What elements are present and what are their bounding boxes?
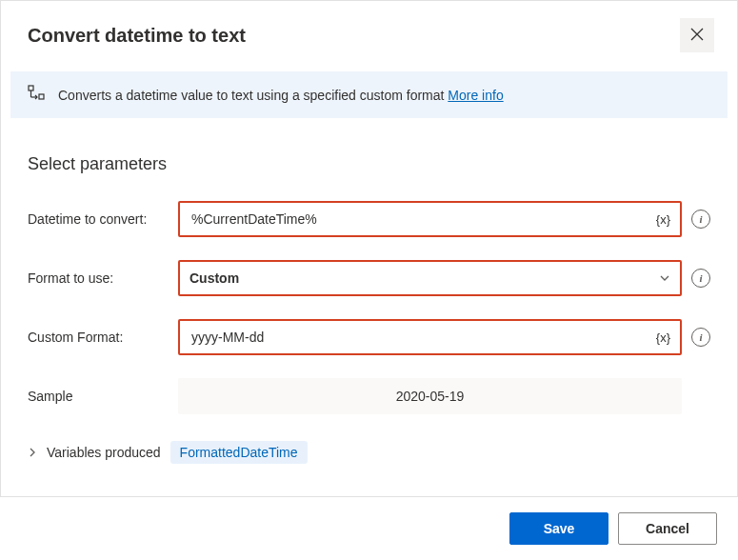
info-icon[interactable]: i [691,328,710,347]
custom-format-field[interactable]: {x} [178,319,682,355]
info-icon[interactable]: i [691,210,710,229]
format-value: Custom [189,270,659,286]
chevron-right-icon[interactable] [28,445,37,460]
sample-display: 2020-05-19 [178,378,682,414]
variable-picker-icon[interactable]: {x} [656,330,670,345]
format-label: Format to use: [28,270,169,286]
sample-label: Sample [28,389,169,404]
info-bar: Converts a datetime value to text using … [10,71,728,118]
dialog-title: Convert datetime to text [28,25,246,47]
info-icon[interactable]: i [691,269,710,288]
datetime-label: Datetime to convert: [28,211,169,227]
variables-produced-label: Variables produced [47,445,161,460]
close-button[interactable] [680,18,714,52]
variable-picker-icon[interactable]: {x} [656,212,670,227]
close-icon [690,28,704,44]
cancel-button[interactable]: Cancel [618,512,717,545]
variable-chip[interactable]: FormattedDateTime [170,441,308,464]
datetime-input[interactable] [189,210,656,228]
svg-rect-1 [39,94,44,99]
info-text: Converts a datetime value to text using … [58,88,504,103]
chevron-down-icon [659,272,670,284]
section-title: Select parameters [28,154,710,174]
custom-format-label: Custom Format: [28,330,169,345]
datetime-field[interactable]: {x} [178,201,682,237]
more-info-link[interactable]: More info [448,88,503,103]
convert-text-icon [28,85,45,105]
custom-format-input[interactable] [189,329,656,346]
sample-value: 2020-05-19 [396,389,465,404]
svg-rect-0 [29,86,33,90]
format-select[interactable]: Custom [178,260,682,296]
save-button[interactable]: Save [509,512,608,545]
